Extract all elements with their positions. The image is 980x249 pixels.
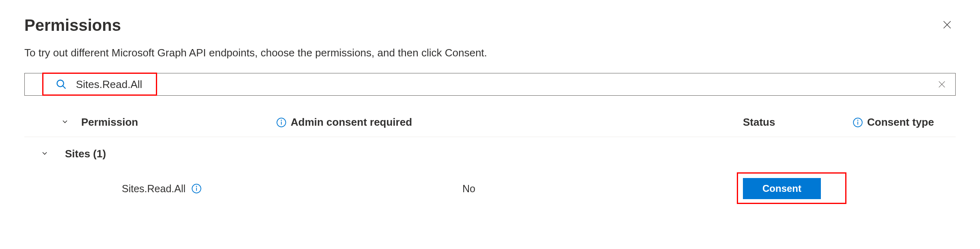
column-permission[interactable]: Permission bbox=[81, 116, 276, 129]
status-cell: Consent bbox=[743, 178, 853, 199]
column-consent-type[interactable]: Consent type bbox=[853, 116, 956, 129]
admin-consent-cell: No bbox=[276, 183, 743, 195]
search-box[interactable] bbox=[24, 73, 956, 96]
search-input[interactable] bbox=[76, 78, 935, 91]
svg-point-14 bbox=[196, 186, 196, 187]
clear-search-button[interactable] bbox=[935, 77, 949, 91]
permission-cell: Sites.Read.All bbox=[24, 183, 276, 195]
column-consent-type-label: Consent type bbox=[867, 116, 934, 129]
close-icon bbox=[942, 19, 952, 30]
search-icon bbox=[56, 79, 67, 90]
svg-line-3 bbox=[63, 86, 66, 89]
group-toggle[interactable] bbox=[41, 149, 49, 159]
svg-point-8 bbox=[281, 120, 281, 120]
column-status[interactable]: Status bbox=[743, 116, 853, 129]
svg-point-2 bbox=[57, 80, 64, 87]
info-icon[interactable] bbox=[191, 183, 202, 194]
column-admin-consent[interactable]: Admin consent required bbox=[276, 116, 743, 129]
chevron-down-icon bbox=[61, 118, 69, 126]
group-row-sites[interactable]: Sites (1) bbox=[24, 137, 956, 164]
table-header: Permission Admin consent required Status bbox=[24, 108, 956, 137]
close-button[interactable] bbox=[939, 16, 956, 33]
info-icon[interactable] bbox=[853, 117, 863, 128]
permissions-table: Permission Admin consent required Status bbox=[24, 108, 956, 213]
svg-point-11 bbox=[857, 120, 858, 120]
chevron-down-icon bbox=[41, 149, 49, 157]
sort-chevron[interactable] bbox=[61, 118, 69, 127]
page-title: Permissions bbox=[24, 16, 121, 34]
page-subtitle: To try out different Microsoft Graph API… bbox=[0, 34, 980, 59]
column-admin-consent-label: Admin consent required bbox=[291, 116, 412, 129]
consent-button[interactable]: Consent bbox=[743, 178, 821, 199]
table-row: Sites.Read.All No Consent bbox=[24, 164, 956, 213]
permission-name: Sites.Read.All bbox=[122, 183, 186, 195]
group-label: Sites (1) bbox=[65, 148, 106, 160]
clear-icon bbox=[937, 80, 946, 89]
info-icon[interactable] bbox=[276, 117, 287, 128]
